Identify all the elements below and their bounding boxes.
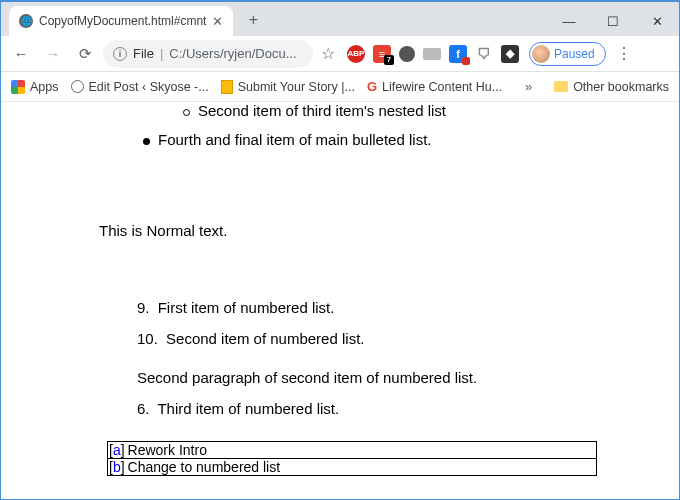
todoist-badge: 7 xyxy=(384,55,394,65)
item-number: 9. xyxy=(137,299,150,316)
doc-icon xyxy=(221,80,233,94)
comment-row: [b] Change to numbered list xyxy=(107,458,597,476)
back-button[interactable]: ← xyxy=(7,40,35,68)
solid-bullet-icon xyxy=(143,138,150,145)
comments-table: [a] Rework Intro [b] Change to numbered … xyxy=(107,441,659,476)
google-g-icon: G xyxy=(367,79,377,94)
url-separator: | xyxy=(160,46,163,61)
comment-ref-link[interactable]: [a] xyxy=(108,442,126,458)
browser-toolbar: ← → ⟳ i File | C:/Users/ryjen/Docu... ☆ … xyxy=(1,36,679,72)
numbered-list: 9. First item of numbered list. 10. Seco… xyxy=(137,299,659,417)
todoist-extension-icon[interactable]: ≡ 7 xyxy=(373,45,391,63)
new-tab-button[interactable]: + xyxy=(239,6,267,34)
bookmark-label: Edit Post ‹ Skyose -... xyxy=(89,80,209,94)
comment-ref-link[interactable]: [b] xyxy=(108,459,126,475)
normal-text: This is Normal text. xyxy=(99,222,659,239)
site-info-icon[interactable]: i xyxy=(113,47,127,61)
bookmark-label: Submit Your Story |... xyxy=(238,80,355,94)
item-number: 6. xyxy=(137,400,150,417)
shield-extension-icon[interactable]: ⛉ xyxy=(475,45,493,63)
numbered-item: 6. Third item of numbered list. xyxy=(137,400,659,417)
forward-button[interactable]: → xyxy=(39,40,67,68)
extension-icon-grey[interactable] xyxy=(423,48,441,60)
browser-tab[interactable]: 🌐 CopyofMyDocument.html#cmnt ✕ xyxy=(9,6,233,36)
comment-text: Rework Intro xyxy=(126,442,209,458)
fb-letter: f xyxy=(456,48,460,60)
extension-icon-circle[interactable] xyxy=(399,46,415,62)
numbered-item: 9. First item of numbered list. xyxy=(137,299,659,316)
profile-status: Paused xyxy=(554,47,595,61)
globe-icon xyxy=(71,80,84,93)
reload-button[interactable]: ⟳ xyxy=(71,40,99,68)
bookmark-item[interactable]: Edit Post ‹ Skyose -... xyxy=(71,80,209,94)
extension-icons: ABP ≡ 7 f ⛉ ◆ xyxy=(347,45,519,63)
comment-row: [a] Rework Intro xyxy=(107,441,597,459)
url-path: C:/Users/ryjen/Docu... xyxy=(169,46,296,61)
bookmarks-bar: Apps Edit Post ‹ Skyose -... Submit Your… xyxy=(1,72,679,102)
window-close-button[interactable]: ✕ xyxy=(635,6,679,36)
address-bar[interactable]: i File | C:/Users/ryjen/Docu... xyxy=(103,40,313,68)
avatar xyxy=(532,45,550,63)
window-controls: — ☐ ✕ xyxy=(547,6,679,36)
comment-text: Change to numbered list xyxy=(126,459,283,475)
second-paragraph: Second paragraph of second item of numbe… xyxy=(137,369,659,386)
bookmark-item[interactable]: Submit Your Story |... xyxy=(221,80,355,94)
open-bullet-icon xyxy=(183,109,190,116)
bookmark-star-icon[interactable]: ☆ xyxy=(321,44,335,63)
apps-label: Apps xyxy=(30,80,59,94)
bookmark-item[interactable]: G Lifewire Content Hu... xyxy=(367,79,502,94)
item-text: Second item of numbered list. xyxy=(166,330,364,347)
numbered-item: 10. Second item of numbered list. xyxy=(137,330,659,347)
item-text: Third item of numbered list. xyxy=(157,400,339,417)
maximize-button[interactable]: ☐ xyxy=(591,6,635,36)
tab-title: CopyofMyDocument.html#cmnt xyxy=(39,14,206,28)
other-bookmarks-label: Other bookmarks xyxy=(573,80,669,94)
tab-favicon: 🌐 xyxy=(19,14,33,28)
apps-shortcut[interactable]: Apps xyxy=(11,80,59,94)
fb-badge xyxy=(462,57,470,65)
profile-chip[interactable]: Paused xyxy=(529,42,606,66)
item-text: First item of numbered list. xyxy=(158,299,335,316)
titlebar: 🌐 CopyofMyDocument.html#cmnt ✕ + — ☐ ✕ xyxy=(1,2,679,36)
minimize-button[interactable]: — xyxy=(547,6,591,36)
comment-ref-letter: a xyxy=(113,442,121,458)
folder-icon xyxy=(554,81,568,92)
bitwarden-extension-icon[interactable]: ◆ xyxy=(501,45,519,63)
list-item-text: Second item of third item's nested list xyxy=(198,102,446,119)
apps-icon xyxy=(11,80,25,94)
bookmark-label: Lifewire Content Hu... xyxy=(382,80,502,94)
page-viewport[interactable]: Second item of third item's nested list … xyxy=(1,102,679,500)
chrome-menu-icon[interactable]: ⋮ xyxy=(616,44,632,63)
main-list-item: Fourth and final item of main bulleted l… xyxy=(21,131,659,148)
tab-close-icon[interactable]: ✕ xyxy=(212,14,223,29)
abp-extension-icon[interactable]: ABP xyxy=(347,45,365,63)
list-item-text: Fourth and final item of main bulleted l… xyxy=(158,131,431,148)
nested-list-item: Second item of third item's nested list xyxy=(21,102,659,119)
comment-ref-letter: b xyxy=(113,459,121,475)
other-bookmarks[interactable]: Other bookmarks xyxy=(554,80,669,94)
item-number: 10. xyxy=(137,330,158,347)
document-body: Second item of third item's nested list … xyxy=(1,102,679,485)
url-scheme: File xyxy=(133,46,154,61)
fb-extension-icon[interactable]: f xyxy=(449,45,467,63)
overflow-chevron-icon[interactable]: » xyxy=(525,79,532,94)
